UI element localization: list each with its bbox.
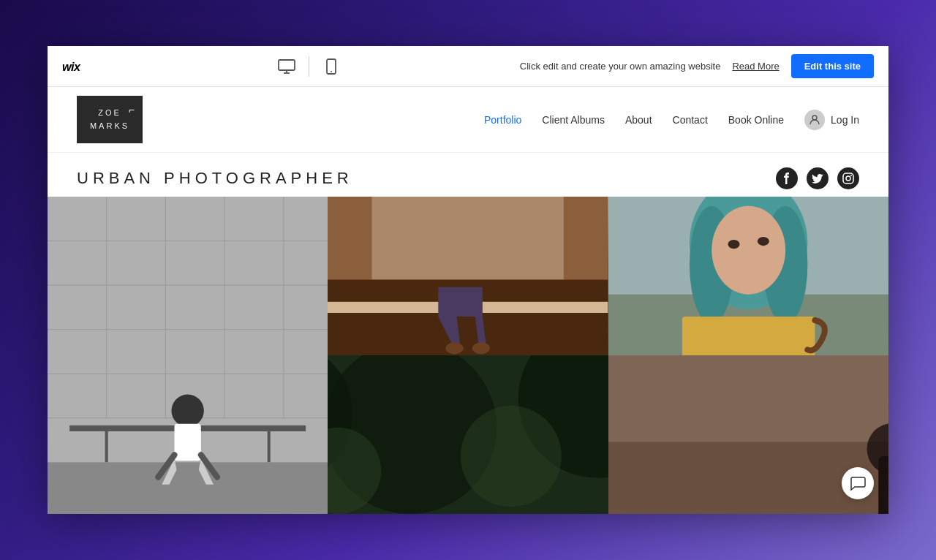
svg-point-47 [461, 406, 562, 507]
photo-cell-sitting[interactable] [328, 197, 608, 355]
user-icon [804, 110, 825, 130]
svg-rect-1 [279, 60, 295, 70]
wix-bar-right: Click edit and create your own amazing w… [520, 54, 874, 78]
nav-client-albums[interactable]: Client Albums [542, 114, 605, 126]
nav-login[interactable]: Log In [804, 110, 859, 130]
social-icons [776, 167, 859, 189]
log-in-label: Log In [831, 114, 859, 126]
site-content: ZOE MARKS Portfolio Client Albums About … [48, 87, 888, 514]
photo-cell-teal[interactable] [608, 197, 888, 355]
svg-point-39 [757, 237, 769, 246]
svg-rect-23 [48, 462, 328, 514]
edit-promo-text: Click edit and create your own amazing w… [520, 61, 721, 72]
photo-cell-dark[interactable] [328, 355, 608, 514]
svg-point-9 [850, 175, 852, 176]
desktop-icon[interactable] [276, 56, 297, 77]
photo-grid [48, 197, 888, 514]
site-nav: Portfolio Client Albums About Contact Bo… [484, 110, 859, 130]
facebook-icon[interactable] [776, 167, 798, 189]
svg-rect-40 [682, 317, 815, 355]
chat-bubble[interactable] [842, 467, 874, 499]
svg-rect-27 [372, 197, 564, 280]
nav-portfolio[interactable]: Portfolio [484, 114, 521, 126]
svg-rect-25 [174, 424, 200, 461]
twitter-icon[interactable] [807, 167, 829, 189]
svg-point-30 [446, 342, 464, 354]
hero-section: URBAN PHOTOGRAPHER [48, 153, 888, 197]
nav-contact[interactable]: Contact [673, 114, 708, 126]
logo-text: ZOE MARKS [90, 107, 129, 132]
svg-point-37 [712, 206, 785, 295]
svg-rect-7 [843, 173, 853, 183]
svg-point-24 [171, 394, 203, 426]
nav-book-online[interactable]: Book Online [728, 114, 784, 126]
site-header: ZOE MARKS Portfolio Client Albums About … [48, 87, 888, 153]
photo-cell-bw[interactable] [48, 197, 328, 514]
svg-point-6 [812, 116, 817, 120]
editor-wrapper: wix Click edit and create your own amaz [48, 46, 888, 514]
svg-point-8 [846, 176, 850, 181]
read-more-link[interactable]: Read More [732, 61, 779, 72]
edit-site-button[interactable]: Edit this site [791, 54, 874, 78]
svg-point-38 [728, 240, 739, 249]
hero-title: URBAN PHOTOGRAPHER [77, 169, 353, 188]
svg-rect-49 [608, 355, 888, 442]
device-divider [309, 56, 309, 77]
nav-about[interactable]: About [625, 114, 652, 126]
wix-bar: wix Click edit and create your own amaz [48, 46, 888, 87]
svg-point-31 [472, 342, 490, 354]
svg-point-5 [331, 71, 332, 72]
instagram-icon[interactable] [837, 167, 859, 189]
wix-bar-center [99, 56, 520, 77]
wix-logo[interactable]: wix [62, 58, 99, 75]
site-logo[interactable]: ZOE MARKS [77, 96, 143, 143]
svg-text:wix: wix [62, 59, 81, 72]
mobile-icon[interactable] [321, 56, 341, 77]
